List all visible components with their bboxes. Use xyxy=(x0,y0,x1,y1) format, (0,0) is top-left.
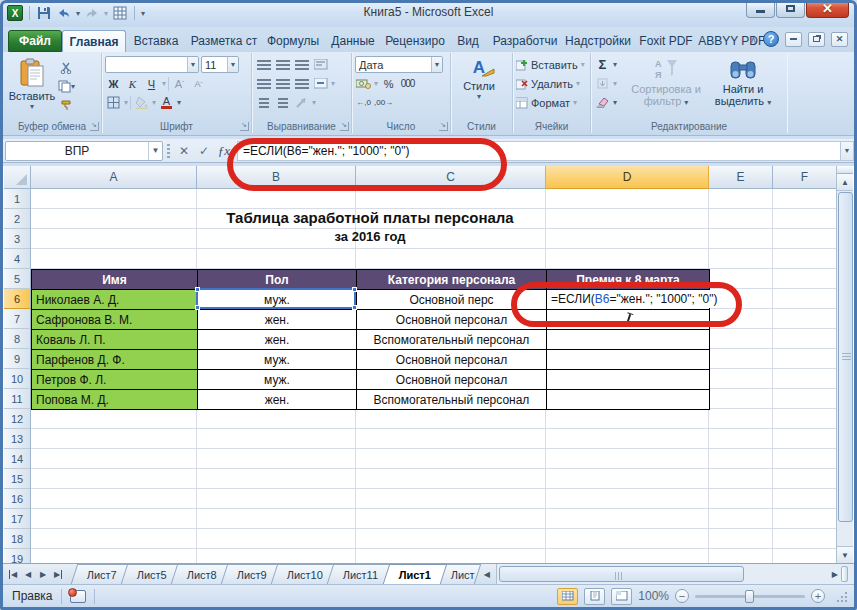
row-header-3[interactable]: 3 xyxy=(4,229,31,249)
increase-decimal-icon[interactable]: ←,0 xyxy=(355,94,372,111)
next-sheet-icon[interactable]: ▶ xyxy=(36,567,50,582)
cell-C6[interactable]: Основной перс xyxy=(357,290,547,310)
italic-button[interactable]: К xyxy=(124,75,141,92)
vertical-scrollbar[interactable]: ▲ ▼ xyxy=(836,166,853,563)
number-format-combobox[interactable]: Дата▼ xyxy=(355,56,443,73)
decrease-decimal-icon[interactable]: ,00→ xyxy=(374,94,393,111)
row-header-2[interactable]: 2 xyxy=(4,209,31,229)
page-layout-view-button[interactable] xyxy=(584,588,605,605)
last-sheet-icon[interactable]: ▶ xyxy=(51,567,65,582)
accounting-format-icon[interactable] xyxy=(355,75,372,92)
format-cells-button[interactable]: Формат▾ xyxy=(516,93,588,112)
formula-bar-drag-handle[interactable] xyxy=(167,144,170,158)
insert-cells-button[interactable]: Вставить▾ xyxy=(516,55,588,74)
zoom-in-button[interactable]: + xyxy=(811,589,825,603)
cell-D10[interactable] xyxy=(547,370,710,390)
align-middle-icon[interactable] xyxy=(274,56,291,73)
expand-formula-bar-icon[interactable]: ▼ xyxy=(840,141,854,161)
macro-record-icon[interactable] xyxy=(70,590,86,603)
font-size-combobox[interactable]: 11▼ xyxy=(201,56,239,73)
column-header-D[interactable]: D xyxy=(546,166,709,189)
cell-C7[interactable]: Основной персонал xyxy=(357,310,547,330)
cell-C11[interactable]: Вспомогательный персонал xyxy=(357,390,547,410)
clear-icon[interactable] xyxy=(594,94,611,111)
ribbon-tab-file[interactable]: Файл xyxy=(8,30,62,52)
ribbon-tab-1[interactable]: Главная xyxy=(62,30,126,52)
workbook-minimize-button[interactable] xyxy=(785,32,802,47)
cell-A7[interactable]: Сафронова В. М. xyxy=(32,310,198,330)
confirm-entry-button[interactable]: ✓ xyxy=(195,142,213,160)
row-header-7[interactable]: 7 xyxy=(4,309,31,329)
fill-color-icon[interactable] xyxy=(133,94,150,111)
handle-icon[interactable] xyxy=(195,287,200,292)
borders-icon[interactable] xyxy=(105,94,122,111)
row-header-8[interactable]: 8 xyxy=(4,329,31,349)
row-header-11[interactable]: 11 xyxy=(4,389,31,409)
increase-indent-icon[interactable] xyxy=(274,94,291,111)
percent-style-button[interactable]: % xyxy=(380,75,397,92)
find-select-button[interactable]: Найти и выделить ▾ xyxy=(704,55,782,117)
row-header-19[interactable]: 19 xyxy=(4,549,31,563)
zoom-out-button[interactable]: − xyxy=(675,589,689,603)
clipboard-dialog-launcher-icon[interactable]: ↘ xyxy=(90,122,99,131)
decrease-indent-icon[interactable] xyxy=(255,94,272,111)
scroll-up-icon[interactable]: ▲ xyxy=(837,174,853,191)
scroll-right-icon[interactable]: ▶ xyxy=(832,570,838,579)
grow-font-button[interactable]: Аˆ xyxy=(171,75,188,92)
column-header-B[interactable]: B xyxy=(197,166,356,189)
ribbon-tab-6[interactable]: Рецензиро xyxy=(382,30,448,52)
cell-C8[interactable]: Вспомогательный персонал xyxy=(357,330,547,350)
number-dialog-launcher-icon[interactable]: ↘ xyxy=(439,122,448,131)
align-left-icon[interactable] xyxy=(255,75,272,92)
column-header-bonus[interactable]: Премия к 8 марта xyxy=(547,270,710,290)
horizontal-scroll-thumb[interactable] xyxy=(499,566,744,582)
row-header-14[interactable]: 14 xyxy=(4,449,31,469)
delete-cells-button[interactable]: Удалить▾ xyxy=(516,74,588,93)
underline-button[interactable]: Ч xyxy=(143,75,160,92)
copy-icon[interactable]: ▾ xyxy=(58,78,75,95)
cell-A8[interactable]: Коваль Л. П. xyxy=(32,330,198,350)
insert-function-button[interactable]: ƒx xyxy=(215,142,233,160)
row-header-18[interactable]: 18 xyxy=(4,529,31,549)
merge-center-icon[interactable] xyxy=(312,75,329,92)
shrink-font-button[interactable]: Аˇ xyxy=(190,75,207,92)
ribbon-tab-7[interactable]: Вид xyxy=(448,30,488,52)
ribbon-tab-10[interactable]: Foxit PDF xyxy=(634,30,698,52)
align-bottom-icon[interactable] xyxy=(293,56,310,73)
row-header-4[interactable]: 4 xyxy=(4,249,31,269)
formula-input[interactable]: =ЕСЛИ(B6="жен."; "1000"; "0") xyxy=(237,141,840,161)
cut-icon[interactable] xyxy=(58,59,75,76)
cell-A9[interactable]: Парфенов Д. Ф. xyxy=(32,350,198,370)
bold-button[interactable]: Ж xyxy=(105,75,122,92)
ribbon-tab-9[interactable]: Надстройки xyxy=(562,30,634,52)
select-all-corner[interactable] xyxy=(4,166,31,189)
cell-A10[interactable]: Петров Ф. Л. xyxy=(32,370,198,390)
cell-D9[interactable] xyxy=(547,350,710,370)
zoom-level[interactable]: 100% xyxy=(638,589,669,603)
normal-view-button[interactable] xyxy=(557,588,578,605)
format-painter-icon[interactable] xyxy=(58,97,75,114)
chevron-down-icon[interactable]: ▼ xyxy=(148,142,162,160)
ribbon-tab-3[interactable]: Разметка ст xyxy=(186,30,262,52)
autosum-button[interactable]: Σ xyxy=(594,56,611,73)
sort-filter-button[interactable]: АЯ Сортировка и фильтр ▾ xyxy=(628,55,704,117)
handle-icon[interactable] xyxy=(195,305,200,310)
workbook-restore-button[interactable] xyxy=(808,32,825,47)
horizontal-scrollbar[interactable]: ▶ xyxy=(496,564,854,584)
ribbon-tab-5[interactable]: Данные xyxy=(324,30,382,52)
split-handle[interactable] xyxy=(837,166,853,174)
handle-icon[interactable] xyxy=(352,305,357,310)
font-dialog-launcher-icon[interactable]: ↘ xyxy=(240,122,249,131)
cell-B7[interactable]: жен. xyxy=(198,310,357,330)
column-header-C[interactable]: C xyxy=(356,166,546,189)
cell-A11[interactable]: Попова М. Д. xyxy=(32,390,198,410)
cell-D8[interactable] xyxy=(547,330,710,350)
row-header-9[interactable]: 9 xyxy=(4,349,31,369)
row-header-6[interactable]: 6 xyxy=(4,289,31,309)
styles-button[interactable]: А Стили ▾ xyxy=(454,55,504,117)
ribbon-tab-4[interactable]: Формулы xyxy=(262,30,324,52)
workbook-close-button[interactable]: ✕ xyxy=(831,32,848,47)
tab-scroll-left-icon[interactable]: ◀ xyxy=(480,564,494,584)
cell-C9[interactable]: Основной персонал xyxy=(357,350,547,370)
zoom-slider-thumb[interactable] xyxy=(745,590,754,603)
